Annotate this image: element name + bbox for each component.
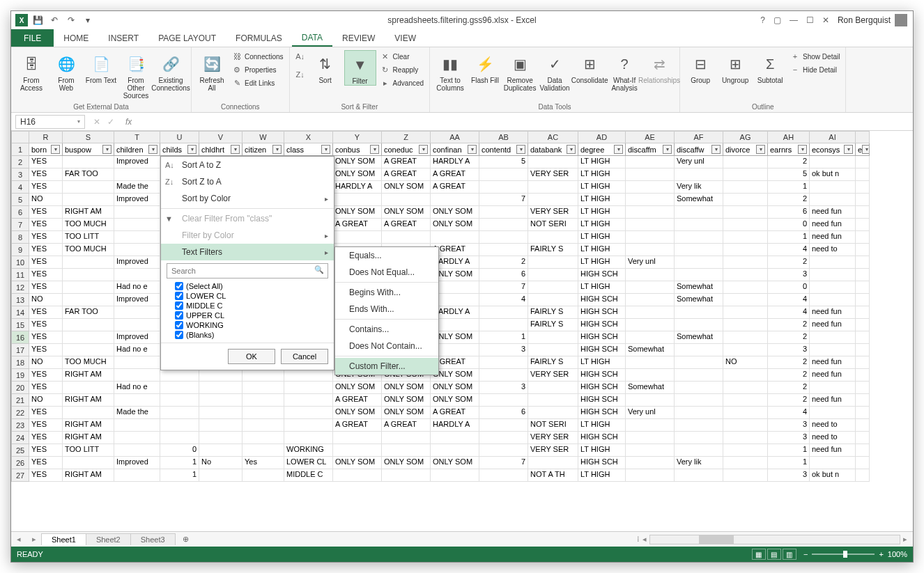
cell[interactable] (856, 294, 870, 306)
column-header[interactable]: R (29, 131, 63, 143)
cell[interactable] (431, 194, 479, 206)
cell[interactable]: LT HIGH (578, 219, 626, 231)
cell[interactable]: 2 (479, 256, 528, 269)
cell[interactable]: 0 (768, 281, 810, 294)
page-layout-view-icon[interactable]: ▤ (767, 549, 781, 560)
row-header[interactable]: 20 (11, 382, 29, 394)
filter-check-item[interactable]: MIDDLE C (167, 301, 328, 311)
formula-input[interactable] (132, 117, 913, 127)
cell[interactable] (723, 168, 768, 181)
cell[interactable] (675, 231, 723, 244)
cell[interactable]: VERY SER (528, 444, 578, 457)
cell[interactable]: HARDLY A (333, 181, 382, 194)
cell[interactable]: YES (29, 344, 63, 356)
cell[interactable]: YES (29, 382, 63, 394)
cell[interactable]: LOWER CL (284, 457, 333, 469)
row-header[interactable]: 17 (11, 344, 29, 356)
cell[interactable] (675, 244, 723, 256)
row-header[interactable]: 2 (11, 156, 29, 168)
cell[interactable] (626, 181, 675, 194)
cell[interactable] (675, 469, 723, 482)
cell[interactable]: NO (29, 356, 63, 369)
cell[interactable] (723, 382, 768, 394)
cell[interactable]: 1 (768, 457, 810, 469)
cell[interactable]: YES (29, 269, 63, 281)
cell[interactable]: 2 (768, 331, 810, 344)
sort-asc-button[interactable]: A↓ (294, 50, 307, 63)
column-header[interactable] (11, 131, 29, 143)
cell[interactable] (626, 369, 675, 382)
cell[interactable] (675, 444, 723, 457)
cell[interactable] (114, 432, 160, 444)
filter-dropdown-button[interactable]: ▾ (321, 145, 330, 154)
cell[interactable] (479, 244, 528, 256)
cell[interactable] (626, 469, 675, 482)
cell[interactable]: HARDLY A (431, 419, 479, 432)
undo-icon[interactable]: ↶ (47, 13, 61, 27)
cell[interactable] (528, 394, 578, 407)
cell[interactable] (856, 269, 870, 281)
cell[interactable]: 3 (479, 382, 528, 394)
row-header[interactable]: 13 (11, 294, 29, 306)
cell[interactable]: 1 (479, 331, 528, 344)
cell[interactable] (199, 432, 242, 444)
cell[interactable] (856, 306, 870, 319)
cell[interactable] (114, 444, 160, 457)
cell[interactable] (479, 419, 528, 432)
tab-page-layout[interactable]: PAGE LAYOUT (148, 29, 226, 47)
cell[interactable]: YES (29, 244, 63, 256)
cell[interactable]: A GREAT (333, 394, 382, 407)
tab-home[interactable]: HOME (54, 29, 98, 47)
cell[interactable] (626, 156, 675, 168)
spreadsheet-grid[interactable]: RSTUVWXYZAAABACADAEAFAGAHAI1born▾buspow▾… (11, 131, 913, 531)
cell[interactable] (114, 319, 160, 331)
cell[interactable] (284, 432, 333, 444)
cell[interactable] (382, 469, 431, 482)
cell[interactable]: ONLY SOM (382, 206, 431, 219)
cell[interactable] (723, 444, 768, 457)
page-break-view-icon[interactable]: ▥ (783, 549, 796, 560)
reapply-button[interactable]: ↻Reapply (379, 63, 425, 76)
cell[interactable] (626, 356, 675, 369)
cell[interactable]: 7 (479, 281, 528, 294)
cell[interactable]: LT HIGH (578, 168, 626, 181)
does-not-contain-option[interactable]: Does Not Contain... (335, 338, 438, 354)
column-header[interactable]: AD (578, 131, 626, 143)
save-icon[interactable]: 💾 (31, 13, 45, 27)
cell[interactable] (242, 394, 284, 407)
cell[interactable]: A GREAT (382, 168, 431, 181)
cell[interactable] (242, 407, 284, 419)
enter-formula-icon[interactable]: ✓ (107, 117, 114, 127)
cell[interactable]: ONLY SOM (382, 382, 431, 394)
cell[interactable]: NO (723, 356, 768, 369)
cell[interactable]: 2 (768, 394, 810, 407)
row-header[interactable]: 9 (11, 244, 29, 256)
cell[interactable]: RIGHT AM (63, 469, 114, 482)
cell[interactable] (528, 231, 578, 244)
cell[interactable] (114, 269, 160, 281)
cell[interactable]: 6 (479, 269, 528, 281)
cell[interactable]: YES (29, 407, 63, 419)
cell[interactable]: LT HIGH (578, 469, 626, 482)
cell[interactable] (528, 457, 578, 469)
row-header[interactable]: 6 (11, 206, 29, 219)
cell[interactable] (528, 269, 578, 281)
custom-filter-option[interactable]: Custom Filter... (335, 358, 438, 375)
from-text-button[interactable]: 📄From Text (85, 50, 117, 84)
cell[interactable]: ok but n (810, 168, 856, 181)
cell[interactable] (431, 231, 479, 244)
cell[interactable] (528, 281, 578, 294)
cell[interactable] (723, 457, 768, 469)
cell[interactable] (723, 369, 768, 382)
column-header[interactable]: AC (528, 131, 578, 143)
filter-dropdown-button[interactable]: ▾ (468, 145, 477, 154)
cell[interactable]: Had no e (114, 281, 160, 294)
cell[interactable] (626, 206, 675, 219)
relationships-button[interactable]: ⇄Relationships (643, 50, 675, 84)
cell[interactable] (723, 344, 768, 356)
cell[interactable] (382, 444, 431, 457)
zoom-level[interactable]: 100% (888, 550, 907, 558)
cell[interactable]: 0 (160, 444, 199, 457)
column-header[interactable]: Y (333, 131, 382, 143)
cell[interactable]: A GREAT (333, 219, 382, 231)
